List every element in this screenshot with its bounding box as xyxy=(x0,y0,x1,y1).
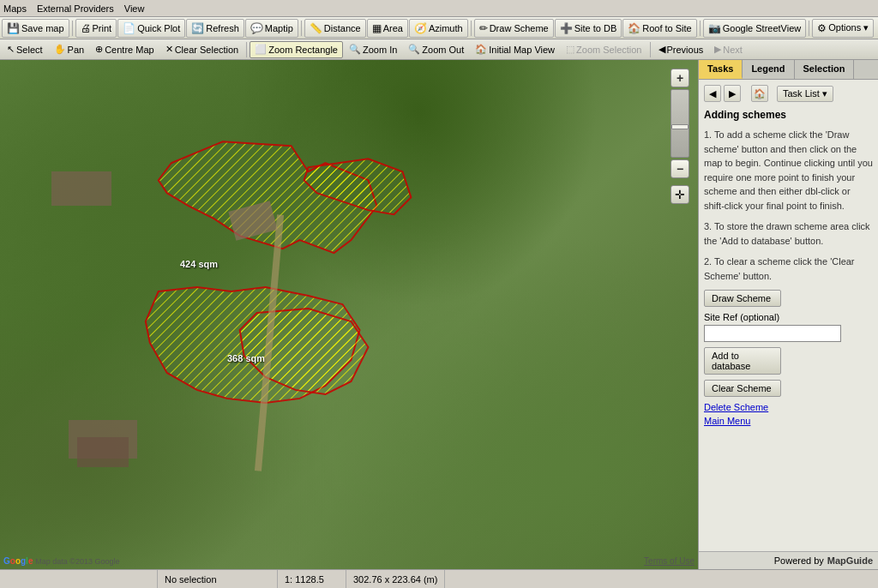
site-ref-input[interactable] xyxy=(704,325,841,342)
refresh-button[interactable]: 🔄 Refresh xyxy=(186,19,244,38)
next-label: Next xyxy=(723,45,743,55)
map-data-text: Map data ©2013 Google xyxy=(35,557,119,566)
draw-scheme-button[interactable]: ✏ Draw Scheme xyxy=(474,19,554,38)
separator xyxy=(72,21,73,36)
tab-legend[interactable]: Legend xyxy=(743,60,794,79)
select-label: Select xyxy=(16,45,43,55)
draw-scheme-icon: ✏ xyxy=(479,22,488,34)
initial-map-view-icon: 🏠 xyxy=(475,44,487,55)
panel-tabs: Tasks Legend Selection xyxy=(699,60,878,80)
panel-heading: Adding schemes xyxy=(704,109,873,121)
distance-icon: 📏 xyxy=(310,22,322,34)
panel-content: ◀ ▶ 🏠 Task List ▾ Adding schemes 1. To a… xyxy=(699,80,878,551)
clear-selection-label: Clear Selection xyxy=(175,45,239,55)
building-4 xyxy=(77,437,129,467)
status-nbsp xyxy=(3,570,158,588)
azimuth-label: Azimuth xyxy=(429,23,463,33)
status-selection: No selection xyxy=(158,570,278,588)
centre-map-button[interactable]: ⊕ Centre Map xyxy=(90,41,159,58)
scale-value: 1128.5 xyxy=(295,574,324,585)
azimuth-icon: 🧭 xyxy=(414,22,427,34)
zoom-rectangle-button[interactable]: ⬜ Zoom Rectangle xyxy=(250,41,343,58)
mapguide-text: MapGuide xyxy=(827,555,873,566)
menu-view[interactable]: View xyxy=(124,3,145,14)
refresh-label: Refresh xyxy=(206,23,239,33)
toolbar2: ↖ Select ✋ Pan ⊕ Centre Map ✕ Clear Sele… xyxy=(0,39,878,60)
roof-to-site-button[interactable]: 🏠 Roof to Site xyxy=(622,19,696,38)
centre-map-label: Centre Map xyxy=(105,45,153,55)
task-list-label: Task List ▾ xyxy=(783,88,827,99)
distance-button[interactable]: 📏 Distance xyxy=(304,19,366,38)
save-map-button[interactable]: 💾 Save map xyxy=(2,19,69,38)
site-ref-label: Site Ref (optional) xyxy=(704,312,873,322)
print-label: Print xyxy=(93,23,112,33)
refresh-icon: 🔄 xyxy=(191,22,204,34)
print-button[interactable]: 🖨 Print xyxy=(75,19,117,38)
map-container[interactable]: 424 sqm 368 sqm + − ✛ Google Map data ©2… xyxy=(0,60,698,569)
task-list-button[interactable]: Task List ▾ xyxy=(777,86,833,102)
terms-of-use[interactable]: Terms of Use xyxy=(644,556,695,566)
right-panel: Tasks Legend Selection ◀ ▶ 🏠 Task List ▾… xyxy=(698,60,878,569)
separator3 xyxy=(471,21,472,36)
clear-selection-button[interactable]: ✕ Clear Selection xyxy=(160,41,244,58)
building-2 xyxy=(51,171,111,206)
tab-selection[interactable]: Selection xyxy=(795,60,855,79)
menu-maps[interactable]: Maps xyxy=(3,3,27,14)
quick-plot-button[interactable]: 📄 Quick Plot xyxy=(117,19,185,38)
site-to-db-button[interactable]: ➕ Site to DB xyxy=(555,19,622,38)
zoom-in-control[interactable]: + xyxy=(671,69,689,87)
menubar: Maps External Providers View xyxy=(0,0,878,17)
previous-button[interactable]: ◀ Previous xyxy=(653,41,709,58)
pan-control[interactable]: ✛ xyxy=(671,185,689,204)
quick-plot-icon: 📄 xyxy=(123,22,135,34)
pan-label: Pan xyxy=(68,45,85,55)
zoom-rectangle-label: Zoom Rectangle xyxy=(268,45,338,55)
select-button[interactable]: ↖ Select xyxy=(2,41,48,58)
area-button[interactable]: ▦ Area xyxy=(367,19,408,38)
zoom-selection-button[interactable]: ⬚ Zoom Selection xyxy=(561,41,646,58)
zoom-slider[interactable] xyxy=(671,89,689,158)
status-coordinates: 302.76 x 223.64 (m) xyxy=(346,570,445,588)
pan-button[interactable]: ✋ Pan xyxy=(49,41,90,58)
panel-home-icon: 🏠 xyxy=(751,85,768,102)
streetview-button[interactable]: 📷 Google StreetView xyxy=(703,19,807,38)
next-icon: ▶ xyxy=(714,44,721,55)
next-button[interactable]: ▶ Next xyxy=(709,41,748,58)
panel-forward-button[interactable]: ▶ xyxy=(724,85,741,102)
zoom-in-label: Zoom In xyxy=(363,45,397,55)
azimuth-button[interactable]: 🧭 Azimuth xyxy=(409,19,468,38)
zoom-handle[interactable] xyxy=(671,124,689,129)
zoom-controls: + − ✛ xyxy=(671,69,689,204)
clear-scheme-button[interactable]: Clear Scheme xyxy=(704,380,781,397)
zoom-out-control[interactable]: − xyxy=(671,159,689,178)
zoom-selection-icon: ⬚ xyxy=(566,44,574,55)
options-button[interactable]: ⚙ Options ▾ xyxy=(812,19,874,38)
instruction-1: 1. To add a scheme click the 'Draw schem… xyxy=(704,128,873,213)
area-icon: ▦ xyxy=(372,22,382,34)
zoom-out-label: Zoom Out xyxy=(422,45,464,55)
maptip-label: Maptip xyxy=(265,23,293,33)
tab-tasks[interactable]: Tasks xyxy=(699,60,743,79)
zoom-in-button[interactable]: 🔍 Zoom In xyxy=(344,41,402,58)
initial-map-view-button[interactable]: 🏠 Initial Map View xyxy=(470,41,560,58)
maptip-button[interactable]: 💬 Maptip xyxy=(245,19,298,38)
delete-scheme-link[interactable]: Delete Scheme xyxy=(704,402,873,412)
zoom-selection-label: Zoom Selection xyxy=(576,45,641,55)
add-to-database-button[interactable]: Add to database xyxy=(704,347,781,375)
initial-map-view-label: Initial Map View xyxy=(489,45,555,55)
zoom-out-button[interactable]: 🔍 Zoom Out xyxy=(403,41,469,58)
options-label: Options ▾ xyxy=(828,22,869,33)
menu-external-providers[interactable]: External Providers xyxy=(37,3,114,14)
draw-scheme-panel-button[interactable]: Draw Scheme xyxy=(704,290,781,307)
pan-icon: ✋ xyxy=(54,44,66,55)
roof-to-site-label: Roof to Site xyxy=(642,23,691,33)
zoom-rectangle-icon: ⬜ xyxy=(255,44,267,55)
streetview-label: Google StreetView xyxy=(723,23,802,33)
panel-back-button[interactable]: ◀ xyxy=(704,85,721,102)
scale-prefix: 1: xyxy=(285,574,292,585)
main-content: 424 sqm 368 sqm + − ✛ Google Map data ©2… xyxy=(0,60,878,569)
site-to-db-label: Site to DB xyxy=(574,23,617,33)
select-icon: ↖ xyxy=(7,44,15,55)
main-menu-link[interactable]: Main Menu xyxy=(704,416,873,426)
separator2 xyxy=(301,21,302,36)
